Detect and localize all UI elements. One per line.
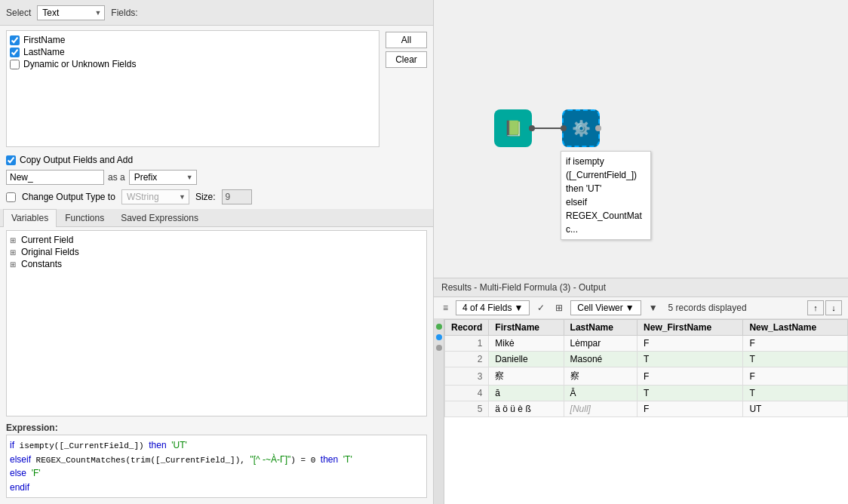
tabs-bar: Variables Functions Saved Expressions (0, 209, 433, 227)
tooltip-line5: REGEX_CountMat (566, 209, 646, 223)
fields-buttons: All Clear (386, 30, 427, 147)
toolbar-list-icon[interactable]: ≡ (440, 301, 451, 315)
table-row: 2DanielleMasonéTT (445, 352, 848, 367)
table-cell: Mikė (489, 336, 564, 352)
viewer-chevron: ▼ (625, 303, 634, 313)
size-input[interactable] (222, 189, 252, 204)
table-cell: 察 (489, 367, 564, 386)
table-row: 4āĀTT (445, 386, 848, 401)
results-header: Results - Multi-Field Formula (3) - Outp… (434, 278, 848, 297)
table-cell: [Null] (564, 401, 637, 417)
connector-dot-left (561, 125, 567, 131)
top-bar: Select Text Numeric Date Boolean All Fie… (0, 0, 433, 26)
wstring-select[interactable]: WString String Integer (121, 189, 189, 204)
prefix-row: as a Prefix Suffix (0, 168, 433, 188)
fields-badge[interactable]: 4 of 4 Fields ▼ (456, 300, 530, 315)
fields-count-text: 4 of 4 Fields (462, 303, 512, 313)
table-row: 3察察FF (445, 367, 848, 386)
prefix-input[interactable] (6, 170, 104, 185)
sort-up-button[interactable]: ↑ (807, 300, 824, 315)
expand-icon-current: ⊞ (10, 236, 19, 244)
table-cell: T (743, 352, 848, 367)
copy-output-row: Copy Output Fields and Add (0, 152, 433, 168)
table-cell: ä ö ü è ß (489, 401, 564, 417)
expression-box[interactable]: if isempty([_CurrentField_]) then 'UT' e… (6, 435, 427, 498)
tab-variables[interactable]: Variables (3, 209, 57, 227)
clear-button[interactable]: Clear (386, 51, 427, 68)
tooltip-line2: ([_CurrentField_]) (566, 168, 646, 182)
all-button[interactable]: All (386, 32, 427, 48)
canvas-area[interactable]: 📗 ⚙️ if isempty ([_CurrentField_]) then … (434, 0, 848, 278)
check-icon[interactable]: ✓ (534, 301, 548, 315)
results-toolbar: ≡ 4 of 4 Fields ▼ ✓ ⊞ Cell Viewer ▼ ▼ 5 … (434, 297, 848, 319)
cell-viewer-select[interactable]: Cell Viewer ▼ (570, 300, 641, 315)
tree-label-current: Current Field (21, 235, 73, 245)
field-item-firstname: FirstName (10, 34, 376, 46)
table-cell: 1 (445, 336, 489, 352)
table-cell: 4 (445, 386, 489, 401)
tree-original-fields[interactable]: ⊞ Original Fields (10, 246, 423, 258)
fields-badge-chevron: ▼ (514, 303, 523, 313)
size-label: Size: (195, 192, 216, 202)
table-cell: Danielle (489, 352, 564, 367)
as-a-label: as a (108, 172, 125, 183)
right-panel: 📗 ⚙️ if isempty ([_CurrentField_]) then … (434, 0, 848, 504)
tree-constants[interactable]: ⊞ Constants (10, 258, 423, 270)
select-label: Select (6, 8, 31, 18)
status-dot-2 (436, 334, 442, 340)
tree-label-constants: Constants (21, 259, 62, 269)
tooltip-line3: then 'UT' (566, 182, 646, 195)
table-cell: F (638, 336, 743, 352)
expression-tooltip: if isempty ([_CurrentField_]) then 'UT' … (561, 151, 651, 240)
copy-output-checkbox[interactable] (6, 155, 16, 165)
type-select[interactable]: Text Numeric Date Boolean All (37, 5, 105, 20)
fields-label: Fields: (111, 8, 137, 18)
tooltip-line4: elseif (566, 195, 646, 209)
field-item-lastname: LastName (10, 46, 376, 58)
fields-list: FirstName LastName Dynamic or Unknown Fi… (6, 30, 379, 147)
filter-icon[interactable]: ▼ (646, 301, 661, 315)
expression-label: Expression: (0, 419, 433, 435)
table-cell: ā (489, 386, 564, 401)
formula-dot-right (595, 125, 601, 131)
table-cell: Lėmpar (564, 336, 637, 352)
table-cell: 2 (445, 352, 489, 367)
table-cell: T (638, 352, 743, 367)
grid-icon[interactable]: ⊞ (552, 301, 566, 315)
col-header-record: Record (445, 320, 489, 336)
connector-line (532, 128, 562, 129)
connector-dot-right (529, 125, 535, 131)
col-header-new-firstname: New_FirstName (638, 320, 743, 336)
change-output-checkbox[interactable] (6, 192, 16, 202)
table-cell: 3 (445, 367, 489, 386)
viewer-label: Cell Viewer (577, 303, 622, 313)
tooltip-line1: if isempty (566, 155, 646, 168)
field-checkbox-lastname[interactable] (10, 48, 20, 57)
expand-icon-constants: ⊞ (10, 260, 19, 269)
tab-functions[interactable]: Functions (57, 209, 112, 226)
field-checkbox-dynamic[interactable] (10, 60, 20, 69)
tree-current-field[interactable]: ⊞ Current Field (10, 234, 423, 246)
prefix-type-wrapper[interactable]: Prefix Suffix (129, 170, 197, 185)
field-item-dynamic: Dynamic or Unknown Fields (10, 58, 376, 70)
table-cell: F (638, 401, 743, 417)
expand-icon-original: ⊞ (10, 248, 19, 257)
tab-saved-expressions[interactable]: Saved Expressions (112, 209, 207, 226)
field-label-lastname: LastName (23, 47, 65, 57)
wstring-wrapper[interactable]: WString String Integer (121, 189, 189, 204)
col-header-firstname: FirstName (489, 320, 564, 336)
node-formula[interactable]: ⚙️ (562, 109, 600, 147)
results-panel: Results - Multi-Field Formula (3) - Outp… (434, 278, 848, 504)
left-sidebar (434, 319, 444, 504)
fields-section: FirstName LastName Dynamic or Unknown Fi… (0, 26, 433, 152)
prefix-type-select[interactable]: Prefix Suffix (129, 170, 197, 185)
field-checkbox-firstname[interactable] (10, 35, 20, 45)
node-container: 📗 ⚙️ (494, 109, 600, 147)
table-cell: F (743, 367, 848, 386)
type-select-wrapper[interactable]: Text Numeric Date Boolean All (37, 5, 105, 20)
sort-down-button[interactable]: ↓ (825, 300, 842, 315)
node-book[interactable]: 📗 (494, 109, 532, 147)
tooltip-line6: c... (566, 223, 646, 236)
col-header-lastname: LastName (564, 320, 637, 336)
table-cell: F (743, 336, 848, 352)
